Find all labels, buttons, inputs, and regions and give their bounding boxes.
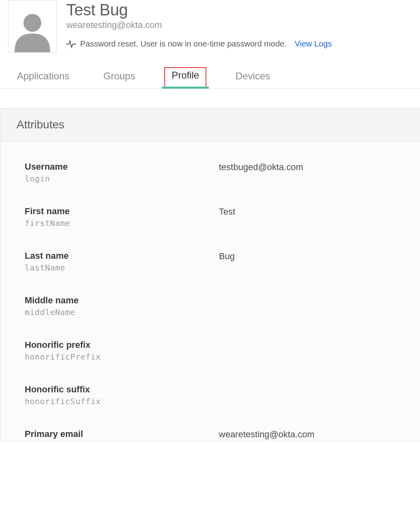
activity-icon: [66, 40, 76, 48]
attribute-row: First name firstName Test: [25, 206, 396, 228]
tab-groups[interactable]: Groups: [98, 67, 140, 88]
attributes-panel-title: Attributes: [17, 118, 404, 131]
attribute-row: Honorific prefix honorificPrefix: [25, 340, 396, 362]
svg-point-0: [23, 14, 41, 32]
avatar-placeholder-icon: [10, 8, 55, 52]
tab-applications[interactable]: Applications: [12, 67, 74, 88]
attributes-panel: Attributes Username login testbuged@okta…: [0, 108, 420, 441]
user-header-info: Test Bug wearetesting@okta.com Password …: [66, 0, 420, 49]
attribute-key: honorificSuffix: [25, 396, 219, 406]
avatar: [8, 0, 57, 53]
attribute-key: firstName: [25, 218, 219, 228]
attributes-list: Username login testbuged@okta.com First …: [0, 141, 420, 441]
attribute-key: honorificPrefix: [25, 352, 219, 362]
attribute-label: Honorific prefix: [25, 340, 219, 350]
status-text: Password reset. User is now in one-time …: [80, 39, 286, 49]
tab-profile[interactable]: Profile: [164, 67, 206, 88]
attribute-row: Primary email wearetesting@okta.com: [25, 429, 396, 441]
tab-bar: Applications Groups Profile Devices: [0, 53, 420, 89]
attribute-label: Middle name: [25, 295, 219, 306]
attribute-value: wearetesting@okta.com: [219, 429, 314, 441]
attribute-label: Username: [25, 162, 219, 172]
attribute-row: Username login testbuged@okta.com: [25, 162, 396, 183]
tab-devices[interactable]: Devices: [231, 67, 275, 88]
attribute-key: lastName: [25, 263, 219, 273]
attribute-value: Bug: [219, 251, 235, 273]
attributes-panel-header: Attributes: [0, 109, 420, 141]
attribute-row: Last name lastName Bug: [25, 251, 396, 273]
attribute-key: middleName: [25, 307, 219, 317]
status-line: Password reset. User is now in one-time …: [66, 39, 420, 49]
attribute-label: Last name: [25, 251, 219, 261]
attribute-label: Primary email: [25, 429, 219, 439]
attribute-row: Honorific suffix honorificSuffix: [25, 384, 396, 406]
attribute-key: login: [25, 174, 219, 183]
attribute-label: Honorific suffix: [25, 384, 219, 395]
attribute-value: testbuged@okta.com: [219, 162, 303, 183]
user-header: Test Bug wearetesting@okta.com Password …: [0, 0, 420, 53]
user-email: wearetesting@okta.com: [66, 20, 420, 30]
view-logs-link[interactable]: View Logs: [295, 39, 332, 49]
user-display-name: Test Bug: [66, 1, 420, 19]
attribute-row: Middle name middleName: [25, 295, 396, 317]
attribute-value: Test: [219, 206, 235, 228]
attribute-label: First name: [25, 206, 219, 217]
